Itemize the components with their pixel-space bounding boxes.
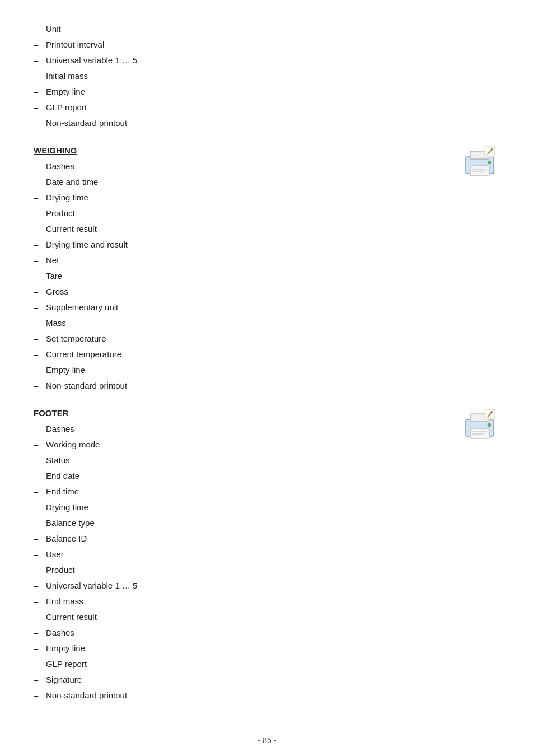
list-item-text: Empty line xyxy=(46,642,85,655)
dash-char: – xyxy=(34,657,41,671)
dash-char: – xyxy=(34,563,41,577)
list-item-text: Empty line xyxy=(46,85,85,99)
list-item-text: Dashes xyxy=(46,626,74,640)
page-container: –Unit–Printout interval–Universal variab… xyxy=(34,22,500,745)
footer-section: FOOTER –Dashes–Working mode–Status–End d… xyxy=(34,408,500,702)
dash-char: – xyxy=(34,116,41,130)
list-item: –Unit xyxy=(34,22,500,36)
list-item-text: Non-standard printout xyxy=(46,689,127,702)
dash-char: – xyxy=(34,595,41,608)
list-item: –GLP report xyxy=(34,101,500,114)
header-items-list: –Unit–Printout interval–Universal variab… xyxy=(34,22,500,130)
list-item-text: Unit xyxy=(46,22,61,36)
weighing-section: WEIGHING –Dashes–Date and time–Drying ti… xyxy=(34,146,500,393)
printer-icon-weighing xyxy=(461,146,500,182)
list-item-text: Initial mass xyxy=(46,69,88,83)
printer-icon-footer xyxy=(461,408,500,445)
list-item-text: Net xyxy=(46,254,59,267)
dash-char: – xyxy=(34,469,41,483)
dash-char: – xyxy=(34,379,41,393)
list-item-text: Product xyxy=(46,207,75,220)
dash-char: – xyxy=(34,579,41,592)
list-item-text: Current result xyxy=(46,222,97,236)
list-item-text: Drying time and result xyxy=(46,238,128,251)
list-item: –Empty line xyxy=(34,642,500,655)
list-item: –Mass xyxy=(34,316,500,330)
svg-point-5 xyxy=(488,161,491,164)
dash-char: – xyxy=(34,689,41,702)
list-item: –Dashes xyxy=(34,160,500,173)
list-item: –Universal variable 1 … 5 xyxy=(34,54,500,67)
list-item-text: Set temperature xyxy=(46,332,106,346)
list-item: –Dashes xyxy=(34,422,500,436)
dash-char: – xyxy=(34,54,41,67)
dash-char: – xyxy=(34,285,41,298)
dash-char: – xyxy=(34,254,41,267)
list-item: –Drying time xyxy=(34,501,500,514)
list-item: –Signature xyxy=(34,673,500,687)
dash-char: – xyxy=(34,69,41,83)
footer-title: FOOTER xyxy=(34,408,500,418)
list-item-text: Universal variable 1 … 5 xyxy=(46,579,137,592)
dash-char: – xyxy=(34,301,41,314)
list-item-text: Dashes xyxy=(46,422,74,436)
list-item: –End date xyxy=(34,469,500,483)
list-item: –Current result xyxy=(34,222,500,236)
list-item: –Set temperature xyxy=(34,332,500,346)
list-item: –Current temperature xyxy=(34,348,500,361)
list-item: –Balance ID xyxy=(34,532,500,545)
list-item-text: Current result xyxy=(46,610,97,624)
dash-char: – xyxy=(34,22,41,36)
list-item: –Non-standard printout xyxy=(34,689,500,702)
list-item-text: Working mode xyxy=(46,438,100,451)
list-item-text: Supplementary unit xyxy=(46,301,118,314)
list-item-text: Empty line xyxy=(46,363,85,377)
dash-char: – xyxy=(34,501,41,514)
dash-char: – xyxy=(34,316,41,330)
list-item-text: End mass xyxy=(46,595,83,608)
svg-rect-2 xyxy=(470,166,489,176)
list-item: –Tare xyxy=(34,269,500,283)
dash-char: – xyxy=(34,332,41,346)
list-item-text: Date and time xyxy=(46,175,98,189)
dash-char: – xyxy=(34,363,41,377)
dash-char: – xyxy=(34,422,41,436)
list-item: –Universal variable 1 … 5 xyxy=(34,579,500,592)
dash-char: – xyxy=(34,626,41,640)
list-item: –Date and time xyxy=(34,175,500,189)
svg-rect-12 xyxy=(470,428,489,438)
dash-char: – xyxy=(34,222,41,236)
dash-char: – xyxy=(34,85,41,99)
list-item-text: Balance ID xyxy=(46,532,87,545)
list-item-text: Dashes xyxy=(46,160,74,173)
list-item-text: Universal variable 1 … 5 xyxy=(46,54,137,67)
svg-point-15 xyxy=(488,423,491,427)
footer-header: FOOTER xyxy=(34,408,500,418)
list-item-text: Mass xyxy=(46,316,66,330)
list-item: –Net xyxy=(34,254,500,267)
list-item: –Empty line xyxy=(34,85,500,99)
list-item: –Drying time xyxy=(34,191,500,204)
list-item-text: Non-standard printout xyxy=(46,116,127,130)
list-item: –GLP report xyxy=(34,657,500,671)
dash-char: – xyxy=(34,532,41,545)
dash-char: – xyxy=(34,454,41,467)
dash-char: – xyxy=(34,348,41,361)
list-item: –End mass xyxy=(34,595,500,608)
list-item-text: Drying time xyxy=(46,191,88,204)
weighing-header: WEIGHING xyxy=(34,146,500,155)
dash-char: – xyxy=(34,175,41,189)
list-item-text: GLP report xyxy=(46,657,87,671)
dash-char: – xyxy=(34,485,41,498)
dash-char: – xyxy=(34,673,41,687)
dash-char: – xyxy=(34,238,41,251)
list-item-text: GLP report xyxy=(46,101,87,114)
list-item-text: End time xyxy=(46,485,79,498)
list-item: –Gross xyxy=(34,285,500,298)
dash-char: – xyxy=(34,207,41,220)
dash-char: – xyxy=(34,642,41,655)
list-item: –Non-standard printout xyxy=(34,379,500,393)
list-item: –End time xyxy=(34,485,500,498)
list-item-text: Gross xyxy=(46,285,68,298)
list-item: –Balance type xyxy=(34,516,500,530)
